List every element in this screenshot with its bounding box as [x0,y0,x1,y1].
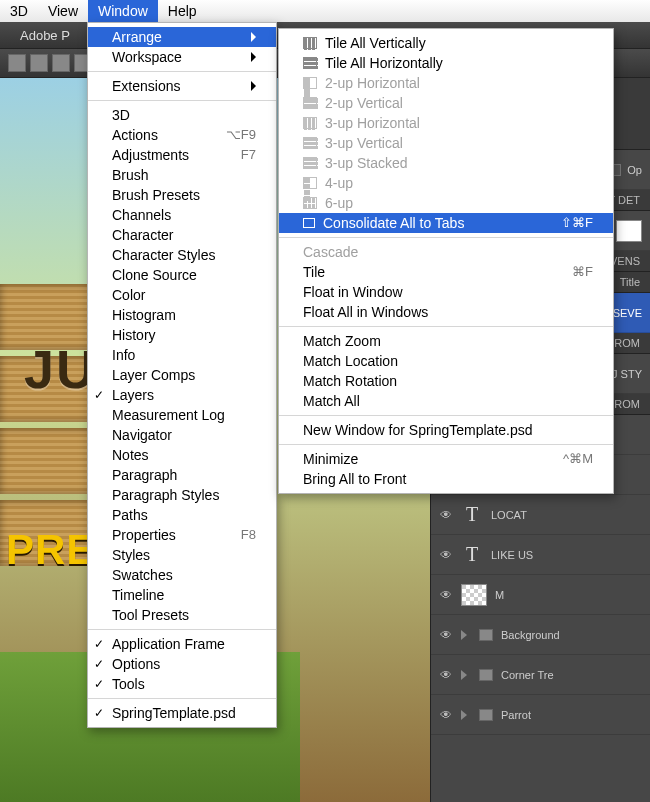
menu-item-label: Timeline [112,585,256,605]
menu-item-3-up-stacked[interactable]: 3-up Stacked [279,153,613,173]
opt-icon[interactable] [8,54,26,72]
menu-item-application-frame[interactable]: ✓Application Frame [88,634,276,654]
layer-name: M [495,589,642,601]
checkmark-icon: ✓ [94,385,104,405]
menu-item-paths[interactable]: Paths [88,505,276,525]
menu-item-float-in-window[interactable]: Float in Window [279,282,613,302]
menu-item-measurement-log[interactable]: Measurement Log [88,405,276,425]
menu-item-character[interactable]: Character [88,225,276,245]
menu-item-label: 3-up Stacked [325,153,593,173]
menu-item-timeline[interactable]: Timeline [88,585,276,605]
menu-item-label: Actions [112,125,196,145]
menu-item-history[interactable]: History [88,325,276,345]
menu-item-label: Measurement Log [112,405,256,425]
menu-view[interactable]: View [38,0,88,22]
checkmark-icon: ✓ [94,703,104,723]
main-menubar: 3D View Window Help [0,0,650,22]
menu-item-label: Styles [112,545,256,565]
menu-item-histogram[interactable]: Histogram [88,305,276,325]
menu-item-match-all[interactable]: Match All [279,391,613,411]
disclosure-triangle-icon[interactable] [461,670,467,680]
visibility-eye-icon[interactable]: 👁 [439,668,453,682]
menu-item-paragraph[interactable]: Paragraph [88,465,276,485]
menu-item-3-up-horizontal[interactable]: 3-up Horizontal [279,113,613,133]
menu-item-match-location[interactable]: Match Location [279,351,613,371]
visibility-eye-icon[interactable]: 👁 [439,548,453,562]
menu-help[interactable]: Help [158,0,207,22]
menu-item-tile[interactable]: Tile⌘F [279,262,613,282]
layout-icon [303,177,317,189]
menu-item-label: Properties [112,525,211,545]
menu-item-properties[interactable]: PropertiesF8 [88,525,276,545]
disclosure-triangle-icon[interactable] [461,630,467,640]
menu-item-info[interactable]: Info [88,345,276,365]
opt-icon[interactable] [52,54,70,72]
menu-item-label: Character Styles [112,245,256,265]
menu-item-new-window[interactable]: New Window for SpringTemplate.psd [279,420,613,440]
menu-item-label: Paths [112,505,256,525]
layer-row[interactable]: 👁Background [431,615,650,655]
visibility-eye-icon[interactable]: 👁 [439,588,453,602]
menu-item-extensions[interactable]: Extensions [88,76,276,96]
menu-item-color[interactable]: Color [88,285,276,305]
menu-window[interactable]: Window [88,0,158,22]
layer-row[interactable]: 👁TLOCAT [431,495,650,535]
menu-item-cascade[interactable]: Cascade [279,242,613,262]
menu-item-layers[interactable]: ✓Layers [88,385,276,405]
menu-item-options[interactable]: ✓Options [88,654,276,674]
menu-item-2-up-horizontal[interactable]: 2-up Horizontal [279,73,613,93]
menu-item-arrange[interactable]: Arrange [88,27,276,47]
layer-row[interactable]: 👁TLIKE US [431,535,650,575]
menu-item-minimize[interactable]: Minimize^⌘M [279,449,613,469]
menu-item-shortcut: ⇧⌘F [531,213,593,233]
swatch[interactable] [616,220,642,242]
menu-item-navigator[interactable]: Navigator [88,425,276,445]
menu-item-consolidate-all-to-tabs[interactable]: Consolidate All to Tabs⇧⌘F [279,213,613,233]
menu-item-2-up-vertical[interactable]: 2-up Vertical [279,93,613,113]
layer-row[interactable]: 👁Parrot [431,695,650,735]
opt-icon[interactable] [30,54,48,72]
visibility-eye-icon[interactable]: 👁 [439,628,453,642]
menu-item-match-zoom[interactable]: Match Zoom [279,331,613,351]
menu-3d[interactable]: 3D [0,0,38,22]
checkmark-icon: ✓ [94,674,104,694]
menu-item-6-up[interactable]: 6-up [279,193,613,213]
menu-item-paragraph-styles[interactable]: Paragraph Styles [88,485,276,505]
menu-item-adjustments[interactable]: AdjustmentsF7 [88,145,276,165]
menu-item-label: Brush Presets [112,185,256,205]
menu-item-label: Histogram [112,305,256,325]
disclosure-triangle-icon[interactable] [461,710,467,720]
menu-item-label: 2-up Horizontal [325,73,593,93]
layout-icon [303,137,317,149]
menu-item-notes[interactable]: Notes [88,445,276,465]
menu-separator [279,326,613,327]
menu-item-clone-source[interactable]: Clone Source [88,265,276,285]
menu-item-float-all-in-windows[interactable]: Float All in Windows [279,302,613,322]
folder-icon [479,629,493,641]
menu-item-3d[interactable]: 3D [88,105,276,125]
menu-item-bring-all-to-front[interactable]: Bring All to Front [279,469,613,489]
layer-row[interactable]: 👁M [431,575,650,615]
menu-item-document[interactable]: ✓SpringTemplate.psd [88,703,276,723]
menu-item-channels[interactable]: Channels [88,205,276,225]
menu-item-tool-presets[interactable]: Tool Presets [88,605,276,625]
menu-item-actions[interactable]: Actions⌥F9 [88,125,276,145]
menu-item-styles[interactable]: Styles [88,545,276,565]
menu-item-swatches[interactable]: Swatches [88,565,276,585]
menu-item-4-up[interactable]: 4-up [279,173,613,193]
menu-item-3-up-vertical[interactable]: 3-up Vertical [279,133,613,153]
menu-item-tile-all-horizontally[interactable]: Tile All Horizontally [279,53,613,73]
menu-separator [279,415,613,416]
menu-item-workspace[interactable]: Workspace [88,47,276,67]
menu-item-match-rotation[interactable]: Match Rotation [279,371,613,391]
menu-item-tools[interactable]: ✓Tools [88,674,276,694]
menu-item-brush[interactable]: Brush [88,165,276,185]
visibility-eye-icon[interactable]: 👁 [439,508,453,522]
menu-item-character-styles[interactable]: Character Styles [88,245,276,265]
visibility-eye-icon[interactable]: 👁 [439,708,453,722]
menu-item-tile-all-vertically[interactable]: Tile All Vertically [279,33,613,53]
menu-item-label: Tools [112,674,256,694]
menu-item-brush-presets[interactable]: Brush Presets [88,185,276,205]
layer-row[interactable]: 👁Corner Tre [431,655,650,695]
menu-item-layer-comps[interactable]: Layer Comps [88,365,276,385]
